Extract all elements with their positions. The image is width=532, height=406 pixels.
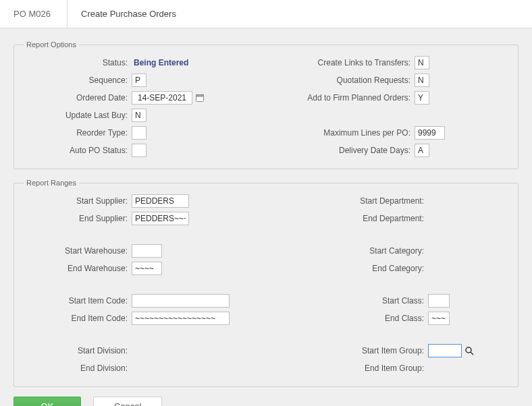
start-item-group-label: Start Item Group: bbox=[273, 346, 428, 355]
start-class-label: Start Class: bbox=[273, 296, 428, 306]
search-icon[interactable] bbox=[464, 346, 474, 355]
report-ranges-panel: Report Ranges Start Supplier: End Suppli… bbox=[14, 179, 518, 387]
start-item-code-label: Start Item Code: bbox=[24, 296, 132, 306]
start-class-input[interactable] bbox=[428, 294, 450, 308]
ordered-date-label: Ordered Date: bbox=[24, 93, 132, 103]
report-ranges-legend: Report Ranges bbox=[24, 179, 79, 187]
start-division-label: Start Division: bbox=[24, 346, 132, 355]
reorder-type-label: Reorder Type: bbox=[24, 128, 132, 138]
svg-point-4 bbox=[466, 347, 471, 353]
status-value: Being Entered bbox=[132, 58, 188, 67]
end-supplier-input[interactable] bbox=[132, 212, 189, 225]
svg-rect-1 bbox=[196, 95, 204, 97]
update-last-buy-label: Update Last Buy: bbox=[24, 111, 132, 120]
end-division-label: End Division: bbox=[24, 364, 132, 373]
start-item-group-input[interactable] bbox=[428, 344, 462, 357]
end-warehouse-input[interactable] bbox=[132, 262, 162, 275]
auto-po-status-label: Auto PO Status: bbox=[24, 146, 132, 155]
ordered-date-input[interactable] bbox=[132, 91, 192, 105]
end-item-group-label: End Item Group: bbox=[273, 364, 428, 373]
add-firm-input[interactable] bbox=[415, 91, 429, 105]
max-lines-label: Maximum Lines per PO: bbox=[273, 128, 415, 138]
svg-line-5 bbox=[471, 352, 473, 355]
auto-po-status-input[interactable] bbox=[132, 144, 147, 157]
header-bar: PO M026 Create Purchase Orders bbox=[0, 0, 532, 28]
reorder-type-input[interactable] bbox=[132, 126, 147, 140]
end-class-label: End Class: bbox=[273, 314, 428, 323]
start-department-label: Start Department: bbox=[273, 196, 428, 206]
end-department-label: End Department: bbox=[273, 214, 428, 223]
start-warehouse-label: Start Warehouse: bbox=[24, 246, 132, 256]
add-firm-label: Add to Firm Planned Orders: bbox=[273, 93, 415, 103]
create-links-label: Create Links to Transfers: bbox=[273, 58, 415, 67]
delivery-days-input[interactable] bbox=[415, 144, 429, 157]
end-item-code-input[interactable] bbox=[132, 312, 230, 325]
screen-code: PO M026 bbox=[0, 0, 68, 28]
start-warehouse-input[interactable] bbox=[132, 244, 162, 258]
start-supplier-label: Start Supplier: bbox=[24, 196, 132, 206]
max-lines-input[interactable] bbox=[415, 126, 445, 140]
end-class-input[interactable] bbox=[428, 312, 450, 325]
button-row: OK Cancel bbox=[14, 397, 518, 406]
sequence-input[interactable] bbox=[132, 74, 147, 87]
update-last-buy-input[interactable] bbox=[132, 109, 147, 122]
status-label: Status: bbox=[24, 58, 132, 67]
report-options-legend: Report Options bbox=[24, 40, 79, 49]
end-supplier-label: End Supplier: bbox=[24, 214, 132, 223]
end-category-label: End Category: bbox=[273, 264, 428, 273]
quotation-requests-input[interactable] bbox=[415, 74, 429, 87]
report-options-panel: Report Options Status: Being Entered Seq… bbox=[14, 40, 518, 169]
calendar-icon[interactable] bbox=[195, 93, 205, 103]
quotation-requests-label: Quotation Requests: bbox=[273, 76, 415, 85]
end-item-code-label: End Item Code: bbox=[24, 314, 132, 323]
start-item-code-input[interactable] bbox=[132, 294, 230, 308]
create-links-input[interactable] bbox=[415, 56, 429, 69]
start-category-label: Start Category: bbox=[273, 246, 428, 256]
sequence-label: Sequence: bbox=[24, 76, 132, 85]
delivery-days-label: Delivery Date Days: bbox=[273, 146, 415, 155]
content-area: Report Options Status: Being Entered Seq… bbox=[0, 28, 532, 406]
cancel-button[interactable]: Cancel bbox=[93, 397, 162, 406]
start-supplier-input[interactable] bbox=[132, 194, 189, 208]
ok-button[interactable]: OK bbox=[14, 397, 81, 406]
screen-title: Create Purchase Orders bbox=[68, 9, 176, 19]
end-warehouse-label: End Warehouse: bbox=[24, 264, 132, 273]
